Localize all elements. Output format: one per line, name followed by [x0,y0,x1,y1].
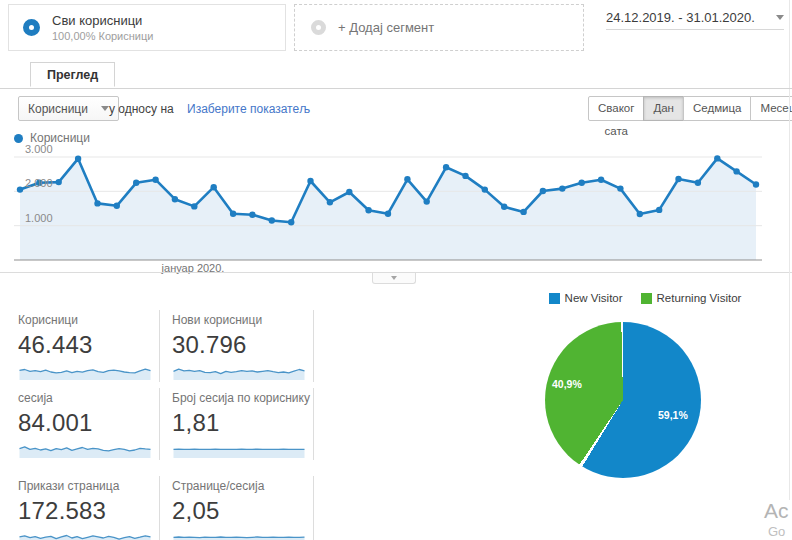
segment-subtitle: 100,00% Корисници [52,30,153,42]
metric-label: Прикази страница [18,479,159,493]
add-segment-label: + Додај сегмент [338,20,434,35]
panel-right-border [789,0,790,500]
pie-slice-percent: 59,1% [658,409,688,421]
date-range-value: 24.12.2019. - 31.01.2020. [606,10,755,25]
granularity-button-week[interactable]: Седмица [683,96,751,121]
select-metric-link[interactable]: Изаберите показатељ [187,102,310,116]
metric-label: Број сесија по кориснику [172,391,313,405]
svg-text:2.000: 2.000 [25,177,53,189]
pie-legend-label: Returning Visitor [657,292,742,304]
sparkline-chart [172,528,306,540]
metric-select-value: Корисници [28,102,88,116]
chart-collapse-handle[interactable] [372,273,416,284]
pie-legend-label: New Visitor [565,292,623,304]
svg-text:1.000: 1.000 [25,212,53,224]
metric-label: Корисници [18,313,159,327]
granularity-button-group: Сваког сата Дан Седмица Месец [588,96,792,121]
metric-value: 30.796 [172,331,313,359]
metric-card-users[interactable]: Корисници 46.443 [8,310,160,382]
vs-label: у односу на [109,102,174,116]
sparkline-chart [172,362,306,381]
sparkline-chart [18,440,152,459]
sparkline-chart [18,362,152,381]
pie-legend: New Visitor Returning Visitor [500,292,790,304]
metric-select[interactable]: Корисници [18,96,119,121]
chevron-down-icon [776,15,784,20]
sparkline-chart [172,440,306,459]
granularity-button-hourly[interactable]: Сваког сата [588,96,644,121]
add-segment-donut-icon [311,20,326,35]
segment-donut-icon [23,19,40,36]
metric-value: 172.583 [18,497,159,525]
metric-value: 84.001 [18,409,159,437]
chevron-down-icon [101,106,109,111]
metric-card-new-users[interactable]: Нови корисници 30.796 [162,310,314,382]
pie-slice-percent: 40,9% [552,378,582,390]
metric-card-pageviews[interactable]: Прикази страница 172.583 [8,476,160,540]
tab-overview[interactable]: Преглед [30,62,115,87]
date-range-selector[interactable]: 24.12.2019. - 31.01.2020. [606,6,784,30]
segment-title: Сви корисници [52,13,153,28]
metric-value: 46.443 [18,331,159,359]
returning-visitor-swatch-icon [641,293,652,304]
sparkline-chart [18,528,152,540]
metric-label: Странице/сесија [172,479,313,493]
users-line-chart[interactable]: 1.0002.0003.000 [8,140,784,270]
svg-text:3.000: 3.000 [25,143,53,155]
metric-card-sessions-per-user[interactable]: Број сесија по кориснику 1,81 [162,388,314,460]
watermark-text: Go [768,524,785,539]
watermark-text: Ac [764,499,789,523]
add-segment-button[interactable]: + Додај сегмент [294,4,584,51]
metric-value: 2,05 [172,497,313,525]
chevron-down-icon [391,276,397,280]
granularity-button-day[interactable]: Дан [643,96,684,121]
visitor-type-pie-chart[interactable] [545,322,701,478]
segment-all-users[interactable]: Сви корисници 100,00% Корисници [8,4,286,51]
new-visitor-swatch-icon [549,293,560,304]
analytics-overview-page: Сви корисници 100,00% Корисници + Додај … [0,0,792,540]
metric-card-pages-per-session[interactable]: Странице/сесија 2,05 [162,476,314,540]
metric-card-sessions[interactable]: сесија 84.001 [8,388,160,460]
tab-strip-divider [0,88,792,89]
metric-value: 1,81 [172,409,313,437]
granularity-button-month[interactable]: Месец [750,96,792,121]
metric-label: сесија [18,391,159,405]
metric-label: Нови корисници [172,313,313,327]
